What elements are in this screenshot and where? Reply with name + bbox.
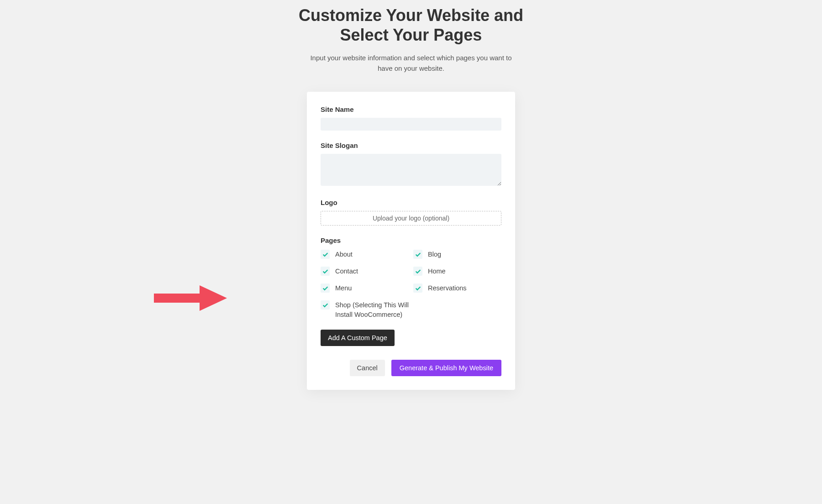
check-icon xyxy=(415,285,421,291)
page-label-menu: Menu xyxy=(335,284,352,293)
page-label-home: Home xyxy=(428,267,446,276)
form-actions: Cancel Generate & Publish My Website xyxy=(321,360,501,376)
field-site-slogan: Site Slogan xyxy=(321,142,501,188)
svg-rect-0 xyxy=(154,294,200,303)
site-slogan-input[interactable] xyxy=(321,154,501,186)
check-icon xyxy=(322,302,328,308)
page-item-shop: Shop (Selecting This Will Install WooCom… xyxy=(321,300,409,320)
form-card: Site Name Site Slogan Logo Upload your l… xyxy=(307,92,515,390)
page-label-reservations: Reservations xyxy=(428,284,467,293)
check-icon xyxy=(415,268,421,274)
checkbox-shop[interactable] xyxy=(321,300,330,310)
checkbox-reservations[interactable] xyxy=(413,284,422,293)
page-item-reservations: Reservations xyxy=(413,284,501,293)
pages-label: Pages xyxy=(321,236,501,244)
svg-marker-1 xyxy=(200,285,227,311)
page-title: Customize Your Website and Select Your P… xyxy=(251,5,571,45)
pages-grid: About Blog Contact xyxy=(321,250,501,320)
checkbox-menu[interactable] xyxy=(321,284,330,293)
page-item-menu: Menu xyxy=(321,284,409,293)
checkbox-home[interactable] xyxy=(413,267,422,276)
page-subheading: Input your website information and selec… xyxy=(306,53,516,74)
site-slogan-label: Site Slogan xyxy=(321,142,501,149)
page-label-contact: Contact xyxy=(335,267,358,276)
page-label-about: About xyxy=(335,250,353,259)
logo-label: Logo xyxy=(321,199,501,206)
page-label-shop: Shop (Selecting This Will Install WooCom… xyxy=(335,300,409,320)
heading-line-2: Select Your Pages xyxy=(340,26,482,44)
page-item-home: Home xyxy=(413,267,501,276)
field-logo: Logo Upload your logo (optional) xyxy=(321,199,501,226)
generate-publish-button[interactable]: Generate & Publish My Website xyxy=(391,360,501,376)
check-icon xyxy=(322,285,328,291)
arrow-annotation-icon xyxy=(154,285,227,311)
cancel-button[interactable]: Cancel xyxy=(350,360,385,376)
page-item-blog: Blog xyxy=(413,250,501,259)
site-name-label: Site Name xyxy=(321,105,501,113)
checkbox-about[interactable] xyxy=(321,250,330,259)
check-icon xyxy=(322,252,328,257)
site-name-input[interactable] xyxy=(321,118,501,131)
field-pages: Pages About Blog xyxy=(321,236,501,346)
checkbox-contact[interactable] xyxy=(321,267,330,276)
logo-upload-box[interactable]: Upload your logo (optional) xyxy=(321,211,501,226)
check-icon xyxy=(322,268,328,274)
page-label-blog: Blog xyxy=(428,250,441,259)
heading-line-1: Customize Your Website and xyxy=(299,6,523,25)
check-icon xyxy=(415,252,421,257)
field-site-name: Site Name xyxy=(321,105,501,131)
add-custom-page-button[interactable]: Add A Custom Page xyxy=(321,330,395,346)
checkbox-blog[interactable] xyxy=(413,250,422,259)
page-item-contact: Contact xyxy=(321,267,409,276)
page-item-about: About xyxy=(321,250,409,259)
